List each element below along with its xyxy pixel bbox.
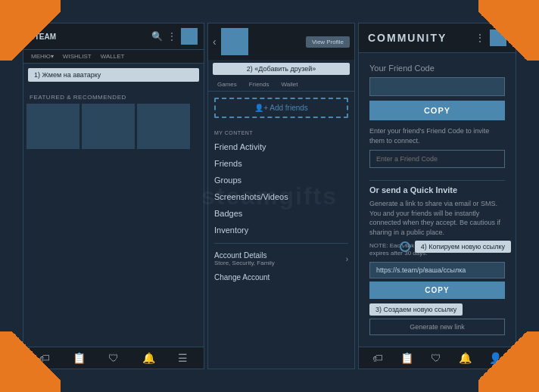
tab-games[interactable]: Games xyxy=(211,78,243,91)
tab-friends[interactable]: Friends xyxy=(243,78,276,91)
chevron-right-icon: › xyxy=(346,255,348,263)
tab-wishlist[interactable]: WISHLIST xyxy=(58,50,96,63)
divider-2 xyxy=(369,180,505,181)
quick-invite-desc: Generate a link to share via email or SM… xyxy=(369,199,505,237)
friend-popup-header: ‹ View Profile xyxy=(208,23,354,60)
gift-corner-top-right xyxy=(478,0,539,61)
left-panel: STEAM 🔍 ⋮ МЕНЮ▾ WISHLIST WALLET 1) Жмем … xyxy=(23,23,204,369)
right-panel: COMMUNITY ⋮ Your Friend Code COPY Enter … xyxy=(358,23,516,369)
friend-code-input[interactable] xyxy=(369,77,505,96)
annotation-4: 4) Копируем новую ссылку xyxy=(415,241,511,253)
copy-link-button[interactable]: COPY xyxy=(369,282,505,299)
community-nav-shield[interactable]: 🛡 xyxy=(431,352,441,364)
gift-corner-top-left xyxy=(0,0,61,61)
quick-invite-label: Or send a Quick Invite xyxy=(369,185,505,194)
tooltip-click-avatar: 1) Жмем на аватарку xyxy=(28,68,199,82)
search-icon[interactable]: 🔍 xyxy=(151,31,163,42)
community-nav-list[interactable]: 📋 xyxy=(400,352,413,364)
list-item-badges[interactable]: Badges xyxy=(214,205,348,222)
featured-item-3 xyxy=(137,104,190,149)
featured-items xyxy=(26,104,201,149)
add-friends-tooltip: 2) «Добавить друзей» xyxy=(213,63,350,75)
list-item-change-account[interactable]: Change Account xyxy=(214,269,348,285)
quick-invite-link-input[interactable] xyxy=(369,262,505,278)
nav-icon-list[interactable]: 📋 xyxy=(73,352,86,364)
copy-btn-2-container: COPY xyxy=(369,282,505,303)
note-row: NOTE: Each link you generate automatical… xyxy=(369,242,505,263)
community-title: COMMUNITY xyxy=(368,32,447,44)
invite-description: Enter your friend's Friend Code to invit… xyxy=(369,126,505,145)
community-nav-bell[interactable]: 🔔 xyxy=(459,352,472,364)
view-profile-button[interactable]: View Profile xyxy=(306,36,350,48)
gift-corner-bottom-left xyxy=(0,331,61,392)
avatar[interactable] xyxy=(181,28,198,45)
middle-panel: ‹ View Profile 2) «Добавить друзей» Game… xyxy=(207,23,355,369)
account-details-sub: Store, Security, Family xyxy=(214,260,275,266)
nav-icon-bell[interactable]: 🔔 xyxy=(142,352,155,364)
list-item-friend-activity[interactable]: Friend Activity xyxy=(214,138,348,155)
list-item-inventory[interactable]: Inventory xyxy=(214,222,348,238)
gift-corner-bottom-right xyxy=(478,331,539,392)
checkmark-icon: ✓ xyxy=(400,241,410,252)
friend-popup-tabs: Games Friends Wallet xyxy=(208,78,354,92)
annotation-3: 3) Создаем новую ссылку xyxy=(369,303,463,316)
annotation-4-container: ✓ 4) Копируем новую ссылку xyxy=(400,241,511,253)
list-item-friends[interactable]: Friends xyxy=(214,155,348,172)
nav-icon-menu[interactable]: ☰ xyxy=(178,352,188,364)
community-content: Your Friend Code COPY Enter your friend'… xyxy=(359,53,516,347)
generate-annotation-row: 3) Создаем новую ссылку xyxy=(369,303,505,316)
left-content: FEATURED & RECOMMENDED xyxy=(23,86,204,347)
community-nav-tag[interactable]: 🏷 xyxy=(372,352,383,364)
list-item-screenshots[interactable]: Screenshots/Videos xyxy=(214,188,348,205)
main-container: STEAM 🔍 ⋮ МЕНЮ▾ WISHLIST WALLET 1) Жмем … xyxy=(23,23,516,369)
popup-avatar xyxy=(221,28,248,55)
enter-friend-code-input[interactable] xyxy=(369,150,505,168)
featured-item-1 xyxy=(26,104,79,149)
add-friends-button[interactable]: 👤+ Add friends xyxy=(214,98,348,118)
tab-wallet[interactable]: Wallet xyxy=(275,78,304,91)
account-details-label: Account Details xyxy=(214,251,275,260)
list-item-groups[interactable]: Groups xyxy=(214,172,348,188)
account-details-item[interactable]: Account Details Store, Security, Family … xyxy=(214,248,348,269)
menu-icon[interactable]: ⋮ xyxy=(167,31,176,42)
middle-content: MY CONTENT Friend Activity Friends Group… xyxy=(208,124,354,349)
featured-item-2 xyxy=(82,104,135,149)
nav-icon-shield[interactable]: 🛡 xyxy=(108,352,119,364)
back-arrow-icon[interactable]: ‹ xyxy=(213,36,217,48)
your-friend-code-label: Your Friend Code xyxy=(369,64,505,73)
copy-friend-code-button[interactable]: COPY xyxy=(369,101,505,120)
tab-wallet[interactable]: WALLET xyxy=(96,50,129,63)
divider xyxy=(214,243,348,244)
featured-label: FEATURED & RECOMMENDED xyxy=(30,94,198,101)
my-content-label: MY CONTENT xyxy=(214,130,348,135)
